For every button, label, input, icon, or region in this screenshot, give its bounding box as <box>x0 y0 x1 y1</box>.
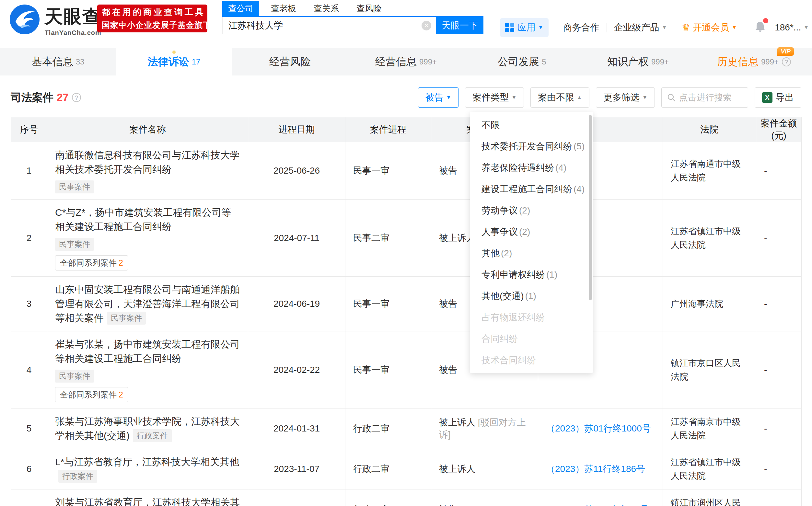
nav-business-coop[interactable]: 商务合作 <box>563 21 599 34</box>
search-tab-company[interactable]: 查公司 <box>222 1 259 16</box>
search-input[interactable] <box>223 17 436 34</box>
case-court: 江苏省南京市中级人民法院 <box>663 409 756 449</box>
case-amount: - <box>756 277 802 331</box>
dropdown-item-disabled: 合同纠纷 <box>470 328 593 349</box>
search-tab-relation[interactable]: 查关系 <box>308 1 345 16</box>
chevron-down-icon: ▼ <box>511 95 516 100</box>
promo-banner[interactable]: 都在用的商业查询工具 国家中小企业发展子基金旗下机构 <box>97 5 208 32</box>
dropdown-scrollbar[interactable] <box>589 115 592 300</box>
table-row: 6 L*与江苏省教育厅，江苏科技大学相关其他行政案件 2023-11-07 行政… <box>11 449 802 490</box>
notification-bell-icon[interactable] <box>755 21 766 35</box>
col-stage: 案件进程 <box>345 117 431 142</box>
table-row: 2 C*与Z*，扬中市建筑安装工程有限公司等相关建设工程施工合同纠纷 民事案件 … <box>11 199 802 277</box>
filter-more-button[interactable]: 更多筛选 ▼ <box>596 87 655 107</box>
case-court: 江苏省镇江市中级人民法院 <box>663 199 756 277</box>
search-submit-button[interactable]: 天眼一下 <box>436 17 483 34</box>
case-court: 江苏省南通市中级人民法院 <box>663 142 756 199</box>
dropdown-item-disabled: 占有物返还纠纷 <box>470 307 593 328</box>
page: 天眼查 TianYanCha.com 都在用的商业查询工具 国家中小企业发展子基… <box>0 0 812 506</box>
search-tabs: 查公司 查老板 查关系 查风险 <box>222 2 483 16</box>
tab-operation-info[interactable]: 经营信息 999+ <box>348 48 464 76</box>
divider <box>606 23 607 32</box>
tab-legal-litigation[interactable]: 法律诉讼 17 <box>116 48 232 76</box>
table-search-input[interactable]: 点击进行搜索 <box>661 87 748 107</box>
nav-open-vip[interactable]: ♛ 开通会员 ▼ <box>681 21 737 34</box>
case-type-tag: 行政案件 <box>133 429 172 442</box>
chevron-up-icon: ▲ <box>577 95 582 100</box>
table-row: 1 南通联微信息科技有限公司与江苏科技大学相关技术委托开发合同纠纷 民事案件 2… <box>11 142 802 199</box>
dropdown-item[interactable]: 其他(2) <box>470 243 593 264</box>
search-tab-boss[interactable]: 查老板 <box>265 1 302 16</box>
divider <box>556 23 556 32</box>
user-phone: 186*... <box>775 22 801 33</box>
header: 天眼查 TianYanCha.com 都在用的商业查询工具 国家中小企业发展子基… <box>0 0 812 48</box>
filter-role-button[interactable]: 被告 ▼ <box>418 87 459 107</box>
vip-badge: VIP <box>777 47 794 56</box>
case-name-link[interactable]: 山东中固安装工程有限公司与南通通洋船舶管理有限公司，天津澄善海洋工程有限公司等相… <box>55 284 240 323</box>
filter-cause-button[interactable]: 案由不限 ▲ <box>531 87 589 107</box>
tab-history-info[interactable]: VIP 历史信息 999+ ? <box>696 48 812 76</box>
tab-operation-risk[interactable]: 经营风险 <box>232 48 348 76</box>
case-court: 镇江市润州区人民法院 <box>663 490 756 506</box>
case-stage: 行政二审 <box>345 409 431 449</box>
user-account[interactable]: 186*... ▼ <box>775 22 809 33</box>
case-amount: - <box>756 199 802 277</box>
divider <box>744 23 744 32</box>
row-index: 6 <box>11 449 47 490</box>
case-name-link[interactable]: 崔某与张某，扬中市建筑安装工程有限公司等相关建设工程施工合同纠纷 <box>55 337 240 366</box>
case-date: 2024-01-31 <box>248 409 345 449</box>
dropdown-item[interactable]: 劳动争议(2) <box>470 200 593 221</box>
case-name-link[interactable]: C*与Z*，扬中市建筑安装工程有限公司等相关建设工程施工合同纠纷 <box>55 205 240 234</box>
case-date: 2023-05-30 <box>248 490 345 506</box>
dropdown-item[interactable]: 专利申请权纠纷(1) <box>470 264 593 285</box>
notification-dot <box>763 18 768 23</box>
case-role: 被上诉人 <box>431 449 538 490</box>
case-amount: - <box>756 409 802 449</box>
series-count: 2 <box>118 390 123 399</box>
case-name-link[interactable]: 南通联微信息科技有限公司与江苏科技大学相关技术委托开发合同纠纷 <box>55 148 240 177</box>
row-index: 1 <box>11 142 47 199</box>
nav-enterprise-product[interactable]: 企业级产品 ▼ <box>614 21 667 34</box>
dropdown-item[interactable]: 建设工程施工合同纠纷(4) <box>470 178 593 200</box>
case-type-tag: 民事案件 <box>55 369 94 383</box>
row-index: 5 <box>11 409 47 449</box>
help-icon[interactable]: ? <box>782 57 791 66</box>
row-index: 2 <box>11 199 47 277</box>
divider <box>674 23 674 32</box>
section-toolbar: 司法案件 27 ? 被告 ▼ 案件类型 ▼ 案由不限 ▲ 更多筛选 ▼ <box>0 76 812 108</box>
tab-company-development[interactable]: 公司发展 5 <box>464 48 580 76</box>
series-cases-button[interactable]: 全部同系列案件2 <box>55 387 128 402</box>
case-name-link[interactable]: L*与江苏省教育厅，江苏科技大学相关其他 <box>55 456 239 467</box>
cause-filter-dropdown: 不限 技术委托开发合同纠纷(5) 养老保险待遇纠纷(4) 建设工程施工合同纠纷(… <box>470 112 593 373</box>
apps-button[interactable]: 应用 ▼ <box>500 18 549 37</box>
top-nav: 应用 ▼ 商务合作 企业级产品 ▼ ♛ 开通会员 ▼ <box>500 18 809 37</box>
search-tab-risk[interactable]: 查风险 <box>350 1 388 16</box>
tab-intellectual-property[interactable]: 知识产权 999+ <box>580 48 696 76</box>
dropdown-item[interactable]: 其他(交通)(1) <box>470 285 593 307</box>
help-icon[interactable]: ? <box>72 93 81 102</box>
chevron-down-icon: ▼ <box>446 95 452 100</box>
case-type-tag: 民事案件 <box>55 238 94 251</box>
case-court: 广州海事法院 <box>663 277 756 331</box>
case-amount: - <box>756 331 802 409</box>
apps-grid-icon <box>505 23 514 32</box>
filter-case-type-button[interactable]: 案件类型 ▼ <box>465 87 524 107</box>
case-name-link[interactable]: 刘某与江苏省教育厅，江苏科技大学相关其他 <box>55 497 240 506</box>
series-cases-button[interactable]: 全部同系列案件2 <box>55 255 128 270</box>
dropdown-item[interactable]: 人事争议(2) <box>470 221 593 243</box>
clear-search-icon[interactable]: × <box>421 21 431 30</box>
case-stage: 行政一审 <box>345 490 431 506</box>
case-number-link[interactable]: （2023）苏11行终186号 <box>546 464 645 474</box>
tianyancha-logo[interactable]: 天眼查 TianYanCha.com <box>9 4 101 36</box>
dropdown-item[interactable]: 养老保险待遇纠纷(4) <box>470 157 593 178</box>
export-button[interactable]: X 导出 <box>755 87 801 107</box>
case-number-link[interactable]: （2023）苏01行终1000号 <box>546 423 651 433</box>
dropdown-item[interactable]: 技术委托开发合同纠纷(5) <box>470 136 593 157</box>
case-date: 2024-07-11 <box>248 199 345 277</box>
case-number-link[interactable]: （2023）苏1111行初78号 <box>546 504 649 506</box>
dropdown-item[interactable]: 不限 <box>470 114 593 136</box>
logo-icon <box>9 4 40 35</box>
tab-basic-info[interactable]: 基本信息 33 <box>0 48 116 76</box>
dropdown-item-disabled: 技术合同纠纷 <box>470 349 593 371</box>
table-row: 5 张某与江苏海事职业技术学院，江苏科技大学相关其他(交通)行政案件 2024-… <box>11 409 802 449</box>
